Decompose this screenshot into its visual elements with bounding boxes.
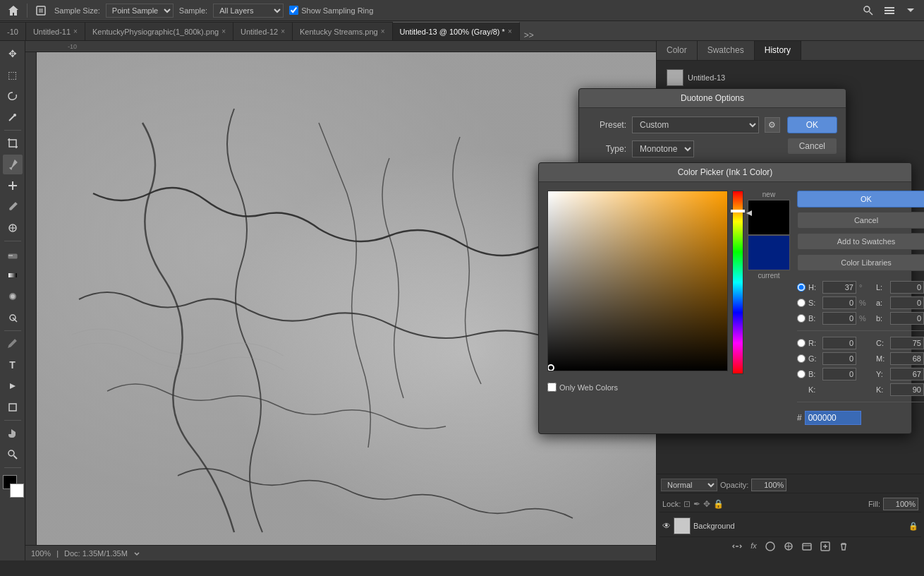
wand-tool[interactable] <box>3 107 23 127</box>
tab-untitled-13[interactable]: Untitled-13 @ 100% (Gray/8) * × <box>393 22 520 40</box>
layer-visibility-eye[interactable]: 👁 <box>662 521 671 531</box>
workspace-icon[interactable] <box>882 3 897 18</box>
b3-input[interactable] <box>890 312 924 325</box>
lock-icon-3[interactable]: ✥ <box>703 499 710 509</box>
clone-tool[interactable] <box>3 218 23 238</box>
sampling-ring-check[interactable] <box>289 6 298 15</box>
cp-ok-button[interactable]: OK <box>797 191 924 208</box>
tab-overflow[interactable]: >> <box>520 30 538 40</box>
heal-tool[interactable] <box>3 176 23 196</box>
search-icon[interactable] <box>861 3 876 18</box>
preset-gear-button[interactable]: ⚙ <box>765 117 780 133</box>
history-document-item[interactable]: Untitled-13 <box>662 66 918 89</box>
eyedropper-tool[interactable] <box>3 155 23 174</box>
g-input[interactable] <box>822 352 856 365</box>
r-radio[interactable] <box>797 339 806 347</box>
text-tool[interactable]: T <box>3 355 23 375</box>
blur-tool[interactable] <box>3 287 23 306</box>
lasso-tool[interactable] <box>3 86 23 106</box>
preset-select[interactable]: Custom <box>632 116 759 133</box>
tab-untitled-11[interactable]: Untitled-11 × <box>26 22 85 40</box>
b-input[interactable] <box>822 312 856 325</box>
status-arrow[interactable] <box>133 550 140 557</box>
color-swatches[interactable] <box>0 474 25 499</box>
svg-rect-24 <box>803 544 811 550</box>
tab-history[interactable]: History <box>755 41 801 60</box>
b2-input[interactable] <box>822 368 856 380</box>
a-input[interactable] <box>890 296 924 309</box>
lock-icon-2[interactable]: ✒ <box>693 499 700 509</box>
shape-tool[interactable] <box>3 397 23 417</box>
hue-slider[interactable] <box>732 191 743 374</box>
layer-adjustment-icon[interactable] <box>781 540 796 555</box>
path-selection-tool[interactable] <box>3 376 23 396</box>
s-input[interactable] <box>822 296 856 309</box>
close-tab-untitled-12[interactable]: × <box>281 28 285 35</box>
opacity-input[interactable] <box>751 479 786 491</box>
sample-select[interactable]: All Layers <box>213 4 284 18</box>
hand-tool[interactable] <box>3 424 23 443</box>
marquee-tool[interactable]: ⬚ <box>3 65 23 85</box>
close-tab-untitled-13[interactable]: × <box>508 28 512 35</box>
duotone-ok-button[interactable]: OK <box>787 116 837 133</box>
cp-cancel-button[interactable]: Cancel <box>797 212 924 229</box>
current-label: current <box>748 272 790 280</box>
crop-tool[interactable] <box>3 133 23 153</box>
tab-untitled-12[interactable]: Untitled-12 × <box>233 22 293 40</box>
show-sampling-ring-checkbox[interactable]: Show Sampling Ring <box>289 6 373 15</box>
tab-minus-10[interactable]: -10 <box>0 22 26 40</box>
cp-add-swatches-button[interactable]: Add to Swatches <box>797 233 924 250</box>
y-input[interactable] <box>890 368 924 380</box>
cp-color-libraries-button[interactable]: Color Libraries <box>797 254 924 271</box>
duotone-cancel-button[interactable]: Cancel <box>787 138 837 155</box>
m-input[interactable] <box>890 352 924 365</box>
brush-tool[interactable] <box>3 197 23 217</box>
web-colors-checkbox[interactable] <box>547 383 557 392</box>
gradient-tool[interactable] <box>3 265 23 285</box>
pen-tool[interactable] <box>3 334 23 354</box>
layer-group-icon[interactable] <box>799 540 815 555</box>
layer-mask-icon[interactable] <box>762 540 778 555</box>
type-select[interactable]: Monotone <box>632 140 694 157</box>
tab-color[interactable]: Color <box>657 41 698 60</box>
dodge-tool[interactable] <box>3 308 23 328</box>
color-picker-right: OK Cancel Add to Swatches Color Librarie… <box>797 191 924 425</box>
b-radio[interactable] <box>797 314 806 323</box>
r-input[interactable] <box>822 337 856 349</box>
c-input[interactable] <box>890 337 924 349</box>
background-color[interactable] <box>10 484 24 498</box>
layer-link-icon[interactable] <box>729 540 745 555</box>
fill-label: Fill: <box>868 500 880 508</box>
fill-input[interactable] <box>883 498 918 510</box>
close-tab-untitled-11[interactable]: × <box>73 28 78 35</box>
new-layer-icon[interactable] <box>817 540 833 555</box>
home-icon[interactable] <box>6 3 21 18</box>
tab-swatches[interactable]: Swatches <box>698 41 755 60</box>
gradient-canvas[interactable] <box>547 191 728 371</box>
eraser-tool[interactable] <box>3 244 23 264</box>
tab-kentucky-streams[interactable]: Kentucky Streams.png × <box>293 22 393 40</box>
tool-separator-4 <box>4 420 21 421</box>
blend-mode-select[interactable]: Normal <box>661 479 717 491</box>
eyedropper-tool-icon[interactable] <box>33 3 49 18</box>
move-tool[interactable]: ✥ <box>3 44 23 64</box>
hex-input[interactable] <box>805 411 861 425</box>
lock-icon-1[interactable]: ⊡ <box>683 499 691 509</box>
layer-fx-icon[interactable]: fx <box>748 540 760 555</box>
close-tab-kentucky-physio[interactable]: × <box>221 28 226 35</box>
layer-background[interactable]: 👁 Background 🔒 <box>659 515 921 536</box>
l-input[interactable] <box>890 281 924 294</box>
h-input[interactable] <box>822 281 856 294</box>
lock-icon-4[interactable]: 🔒 <box>713 499 724 509</box>
close-tab-kentucky-streams[interactable]: × <box>381 28 385 35</box>
h-radio[interactable] <box>797 283 806 292</box>
b2-radio[interactable] <box>797 370 806 378</box>
tab-kentucky-physio[interactable]: KentuckyPhysiographic(1_800k).png × <box>85 22 233 40</box>
delete-layer-icon[interactable] <box>836 540 851 555</box>
k-input[interactable] <box>890 383 924 396</box>
extend-icon[interactable] <box>903 3 918 18</box>
g-radio[interactable] <box>797 354 806 363</box>
sample-size-select[interactable]: Point Sample <box>106 4 174 18</box>
s-radio[interactable] <box>797 299 806 307</box>
zoom-tool[interactable] <box>3 445 23 464</box>
